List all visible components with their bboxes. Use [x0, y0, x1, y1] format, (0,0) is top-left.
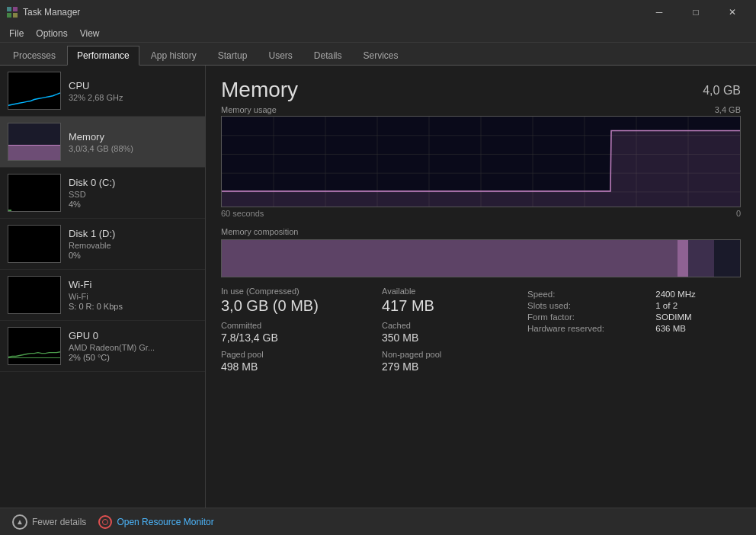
- right-stats: Speed: 2400 MHz Slots used: 1 of 2 Form …: [527, 287, 741, 373]
- disk1-val: 0%: [69, 251, 197, 260]
- cpu-info: CPU 32% 2,68 GHz: [69, 80, 197, 102]
- disk0-thumbnail: [8, 174, 61, 212]
- fewer-details-label: Fewer details: [32, 517, 86, 527]
- comp-modified: [678, 240, 688, 277]
- stat-available: Available 417 MB: [382, 287, 527, 315]
- stat-cached: Cached 350 MB: [382, 321, 527, 344]
- minimize-button[interactable]: ─: [642, 0, 677, 24]
- wifi-info: Wi-Fi Wi-Fi S: 0 R: 0 Kbps: [69, 279, 197, 311]
- sidebar: CPU 32% 2,68 GHz Memory 3,0/3,4 GB (88%)…: [0, 66, 206, 508]
- disk0-info: Disk 0 (C:) SSD 4%: [69, 177, 197, 209]
- wifi-type: Wi-Fi: [69, 292, 197, 301]
- slots-value: 1 of 2: [655, 301, 741, 310]
- memory-thumbnail: [8, 123, 61, 161]
- gpu-info: GPU 0 AMD Radeon(TM) Gr... 2% (50 °C): [69, 330, 197, 362]
- nonpaged-value: 279 MB: [382, 360, 527, 373]
- available-value: 417 MB: [382, 297, 527, 315]
- maximize-button[interactable]: □: [678, 0, 713, 24]
- tab-app-history[interactable]: App history: [141, 46, 207, 65]
- stat-in-use: In use (Compressed) 3,0 GB (0 MB): [221, 287, 367, 315]
- tab-startup[interactable]: Startup: [208, 46, 258, 65]
- committed-value: 7,8/13,4 GB: [221, 332, 367, 344]
- fewer-details-button[interactable]: ▲ Fewer details: [12, 514, 86, 530]
- memory-usage: 3,0/3,4 GB (88%): [69, 144, 197, 153]
- comp-standby: [688, 240, 714, 277]
- gpu-thumbnail: [8, 327, 61, 365]
- open-resource-link[interactable]: Open Resource Monitor: [117, 517, 213, 527]
- menubar: File Options View: [0, 24, 756, 43]
- tab-performance[interactable]: Performance: [67, 46, 139, 66]
- speed-label: Speed:: [527, 290, 649, 299]
- cpu-thumbnail: [8, 72, 61, 110]
- stat-nonpaged: Non-paged pool 279 MB: [382, 350, 527, 373]
- gpu-val: 2% (50 °C): [69, 353, 197, 362]
- disk1-type: Removable: [69, 241, 197, 250]
- sidebar-item-gpu[interactable]: GPU 0 AMD Radeon(TM) Gr... 2% (50 °C): [0, 321, 205, 372]
- chart-time-labels: 60 seconds 0: [221, 209, 741, 218]
- speed-value: 2400 MHz: [655, 290, 741, 299]
- svg-rect-0: [7, 7, 11, 11]
- committed-label: Committed: [221, 321, 367, 330]
- fewer-details-icon: ▲: [12, 514, 27, 530]
- sidebar-item-cpu[interactable]: CPU 32% 2,68 GHz: [0, 66, 205, 117]
- chart-usage-label: Memory usage: [221, 105, 277, 114]
- comp-free: [714, 240, 740, 277]
- tab-processes[interactable]: Processes: [3, 46, 66, 65]
- sidebar-item-memory[interactable]: Memory 3,0/3,4 GB (88%): [0, 117, 205, 168]
- footer: ▲ Fewer details Open Resource Monitor: [0, 508, 756, 535]
- disk1-thumbnail: [8, 225, 61, 263]
- menu-view[interactable]: View: [74, 27, 106, 40]
- cached-value: 350 MB: [382, 332, 527, 344]
- inline-stats-grid: Speed: 2400 MHz Slots used: 1 of 2 Form …: [527, 290, 741, 333]
- wifi-val: S: 0 R: 0 Kbps: [69, 302, 197, 311]
- sidebar-item-disk0[interactable]: Disk 0 (C:) SSD 4%: [0, 168, 205, 219]
- nonpaged-label: Non-paged pool: [382, 350, 527, 359]
- memory-name: Memory: [69, 131, 197, 143]
- left-stats: In use (Compressed) 3,0 GB (0 MB) Availa…: [221, 287, 527, 373]
- available-label: Available: [382, 287, 527, 296]
- close-button[interactable]: ✕: [715, 0, 750, 24]
- comp-in-use: [222, 240, 678, 277]
- cached-label: Cached: [382, 321, 527, 330]
- cpu-usage: 32% 2,68 GHz: [69, 93, 197, 102]
- cpu-name: CPU: [69, 80, 197, 91]
- hardware-label: Hardware reserved:: [527, 324, 649, 333]
- memory-chart-container: Memory usage 3,4 GB: [221, 105, 741, 218]
- memory-total: 4,0 GB: [703, 84, 741, 98]
- chart-max-label: 3,4 GB: [715, 105, 741, 114]
- disk1-info: Disk 1 (D:) Removable 0%: [69, 228, 197, 260]
- disk0-name: Disk 0 (C:): [69, 177, 197, 188]
- memory-content: Memory 4,0 GB Memory usage 3,4 GB: [206, 66, 756, 508]
- hardware-value: 636 MB: [655, 324, 741, 333]
- tab-users[interactable]: Users: [258, 46, 302, 65]
- window-title: Task Manager: [23, 7, 80, 18]
- app-icon: [6, 6, 18, 18]
- svg-rect-2: [7, 13, 11, 18]
- resource-icon-inner: [102, 519, 108, 525]
- wifi-name: Wi-Fi: [69, 279, 197, 290]
- paged-label: Paged pool: [221, 350, 367, 359]
- chart-time-right: 0: [736, 209, 741, 218]
- disk0-type: SSD: [69, 190, 197, 199]
- gpu-name: GPU 0: [69, 330, 197, 341]
- sidebar-item-wifi[interactable]: Wi-Fi Wi-Fi S: 0 R: 0 Kbps: [0, 270, 205, 321]
- main-content: CPU 32% 2,68 GHz Memory 3,0/3,4 GB (88%)…: [0, 66, 756, 508]
- svg-rect-3: [13, 13, 18, 18]
- tab-details[interactable]: Details: [304, 46, 352, 65]
- slots-label: Slots used:: [527, 301, 649, 310]
- tabbar: Processes Performance App history Startu…: [0, 43, 756, 66]
- sidebar-item-disk1[interactable]: Disk 1 (D:) Removable 0%: [0, 219, 205, 270]
- titlebar: Task Manager ─ □ ✕: [0, 0, 756, 24]
- composition-label: Memory composition: [221, 227, 741, 236]
- open-resource-monitor[interactable]: Open Resource Monitor: [98, 515, 213, 529]
- memory-info: Memory 3,0/3,4 GB (88%): [69, 131, 197, 153]
- menu-file[interactable]: File: [3, 27, 30, 40]
- titlebar-left: Task Manager: [6, 6, 80, 18]
- form-value: SODIMM: [655, 312, 741, 322]
- composition-section: Memory composition: [221, 227, 741, 277]
- gpu-model: AMD Radeon(TM) Gr...: [69, 343, 197, 352]
- stat-paged: Paged pool 498 MB: [221, 350, 367, 373]
- paged-value: 498 MB: [221, 360, 367, 373]
- tab-services[interactable]: Services: [354, 46, 408, 65]
- menu-options[interactable]: Options: [30, 27, 73, 40]
